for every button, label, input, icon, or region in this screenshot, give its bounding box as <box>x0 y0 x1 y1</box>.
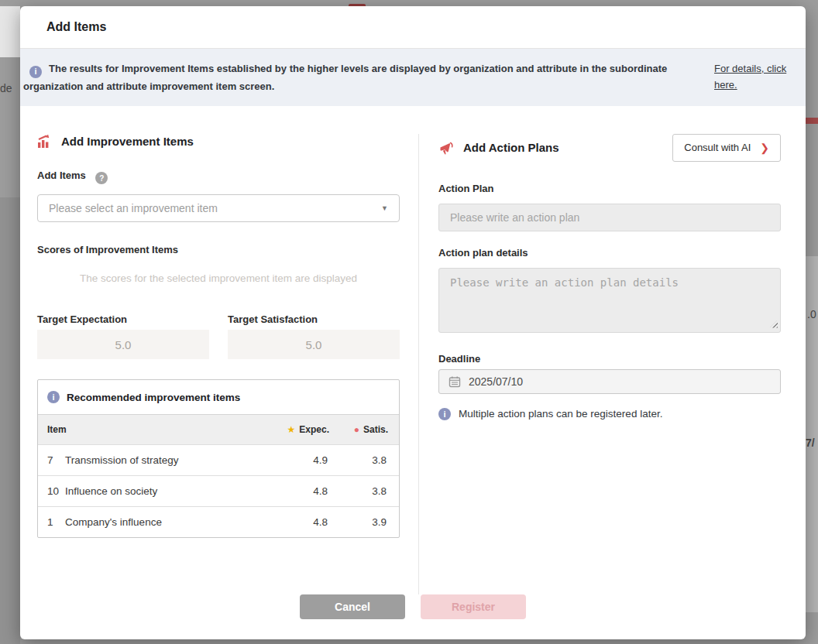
action-plans-header: Add Action Plans Consult with AI ❯ <box>438 134 781 162</box>
add-items-label: Add Items <box>37 170 86 181</box>
modal-titlebar: Add Items <box>20 6 806 49</box>
improvement-items-section: Add Improvement Items Add Items ? Please… <box>37 134 400 595</box>
target-expectation-value: 5.0 <box>37 330 209 359</box>
help-icon[interactable]: ? <box>95 172 108 184</box>
info-icon: i <box>438 408 451 420</box>
action-plan-details-label: Action plan details <box>438 247 781 259</box>
backdrop-page-fragment <box>0 197 20 644</box>
satis-cell: 3.8 <box>340 445 399 476</box>
improvement-items-header: Add Improvement Items <box>37 134 400 149</box>
recommended-items-caption: i Recommended improvement items <box>38 380 399 414</box>
scores-hint: The scores for the selected improvement … <box>37 272 400 284</box>
recommended-items-panel: i Recommended improvement items Item ★Ex… <box>37 379 400 538</box>
section-title: Add Improvement Items <box>61 135 194 148</box>
expec-cell: 4.8 <box>278 507 340 538</box>
column-divider <box>418 134 419 595</box>
details-link[interactable]: For details, click here. <box>714 60 793 93</box>
info-banner-message: The results for Improvement Items establ… <box>23 63 667 92</box>
expec-cell: 4.9 <box>278 445 340 476</box>
column-header-expec: ★Expec. <box>278 415 340 445</box>
item-cell: 10Influence on society <box>38 476 278 507</box>
backdrop-page-fragment <box>0 6 20 57</box>
megaphone-icon <box>438 141 455 156</box>
register-button[interactable]: Register <box>421 594 526 619</box>
action-plan-label: Action Plan <box>438 183 781 194</box>
modal-body: Add Improvement Items Add Items ? Please… <box>20 106 806 595</box>
multiple-plans-note: i Multiple action plans can be registere… <box>438 408 781 420</box>
cancel-button[interactable]: Cancel <box>300 594 405 619</box>
scores-label: Scores of Improvement Items <box>37 244 400 255</box>
target-expectation-field: Target Expectation 5.0 <box>37 313 209 359</box>
column-header-item: Item <box>38 415 278 445</box>
deadline-label: Deadline <box>438 353 781 365</box>
satis-cell: 3.9 <box>340 507 399 538</box>
table-row[interactable]: 7Transmission of strategy 4.9 3.8 <box>38 445 399 476</box>
chevron-down-icon: ▼ <box>381 204 388 212</box>
column-header-satis: ●Satis. <box>340 415 399 445</box>
recommended-items-title: Recommended improvement items <box>67 392 240 403</box>
target-expectation-label: Target Expectation <box>37 313 209 325</box>
dot-icon: ● <box>354 424 359 435</box>
table-row[interactable]: 1Company's influence 4.8 3.9 <box>38 507 399 538</box>
add-items-modal: Add Items iThe results for Improvement I… <box>20 6 806 639</box>
backdrop-page-fragment <box>806 118 818 124</box>
action-plan-details-wrap <box>438 268 781 333</box>
satis-cell: 3.8 <box>340 476 399 507</box>
deadline-value: 2025/07/10 <box>469 375 523 388</box>
item-cell: 7Transmission of strategy <box>38 445 278 476</box>
modal-footer: Cancel Register <box>20 594 806 639</box>
modal-title: Add Items <box>46 20 106 34</box>
backdrop-text-fragment: 7/ <box>806 437 815 449</box>
action-plans-section: Add Action Plans Consult with AI ❯ Actio… <box>438 134 781 595</box>
info-icon: i <box>29 66 42 78</box>
deadline-date-input[interactable]: 2025/07/10 <box>438 369 781 394</box>
consult-with-ai-button[interactable]: Consult with AI ❯ <box>672 134 781 162</box>
target-satisfaction-label: Target Satisfaction <box>228 313 400 325</box>
expec-cell: 4.8 <box>278 476 340 507</box>
backdrop-text-fragment: de <box>0 82 12 94</box>
star-icon: ★ <box>287 424 296 435</box>
item-cell: 1Company's influence <box>38 507 278 538</box>
select-placeholder: Please select an improvement item <box>49 202 381 214</box>
target-satisfaction-value: 5.0 <box>228 330 400 359</box>
table-row[interactable]: 10Influence on society 4.8 3.8 <box>38 476 399 507</box>
action-plan-details-textarea[interactable] <box>438 268 781 333</box>
chevron-right-icon: ❯ <box>760 142 769 154</box>
add-items-label-row: Add Items ? <box>37 168 400 185</box>
recommended-items-table: Item ★Expec. ●Satis. 7Transmission of st… <box>38 414 399 537</box>
table-header-row: Item ★Expec. ●Satis. <box>38 415 399 445</box>
section-title: Add Action Plans <box>463 141 559 154</box>
target-satisfaction-field: Target Satisfaction 5.0 <box>228 313 400 359</box>
target-scores-row: Target Expectation 5.0 Target Satisfacti… <box>37 313 400 359</box>
info-banner: iThe results for Improvement Items estab… <box>20 49 806 106</box>
backdrop-text-fragment: .0 <box>807 308 816 320</box>
info-icon: i <box>47 391 60 403</box>
calendar-icon <box>449 375 461 388</box>
improvement-item-select[interactable]: Please select an improvement item ▼ <box>37 194 400 222</box>
growth-chart-icon <box>37 134 53 149</box>
info-banner-text: iThe results for Improvement Items estab… <box>23 60 705 94</box>
action-plan-input[interactable] <box>438 204 781 231</box>
